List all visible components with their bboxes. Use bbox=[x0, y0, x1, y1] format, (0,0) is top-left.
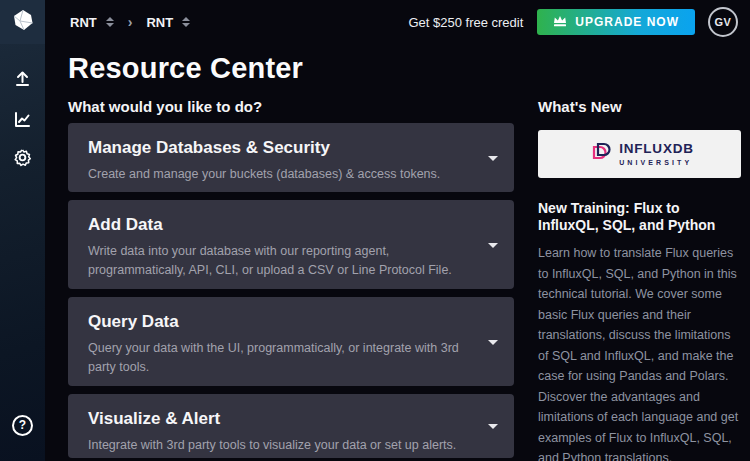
upload-icon bbox=[13, 69, 32, 88]
line-chart-icon bbox=[13, 110, 32, 129]
instance-switcher-caret-icon[interactable] bbox=[182, 17, 190, 27]
free-credit-text: Get $250 free credit bbox=[408, 15, 523, 30]
university-wordmark: UNIVERSITY bbox=[619, 159, 694, 166]
card-description: Create and manage your buckets (database… bbox=[88, 165, 470, 184]
card-add-data[interactable]: Add Data Write data into your database w… bbox=[68, 200, 514, 289]
card-title: Query Data bbox=[88, 312, 470, 332]
breadcrumb-separator-icon: › bbox=[128, 14, 133, 30]
page-title: Resource Center bbox=[68, 52, 303, 85]
breadcrumb-instance[interactable]: RNT bbox=[146, 15, 173, 30]
card-visualize-alert[interactable]: Visualize & Alert Integrate with 3rd par… bbox=[68, 394, 514, 458]
resource-cards: Manage Databases & Security Create and m… bbox=[68, 123, 514, 461]
influxdb-university-banner[interactable]: INFLUXDB UNIVERSITY bbox=[538, 130, 741, 178]
chevron-down-icon[interactable] bbox=[488, 156, 498, 161]
sidebar-item-data-explorer[interactable] bbox=[0, 102, 45, 136]
breadcrumb-org[interactable]: RNT bbox=[70, 15, 97, 30]
whats-new-panel: What's New INFLUXDB UNIVERSITY New Train… bbox=[538, 98, 741, 461]
crown-icon bbox=[553, 15, 567, 30]
influxdb-cubo-icon bbox=[12, 9, 34, 35]
user-avatar[interactable]: GV bbox=[708, 7, 738, 37]
sidebar-item-settings[interactable] bbox=[0, 140, 45, 174]
top-navigation-bar: RNT › RNT Get $250 free credit UPGRADE N… bbox=[45, 0, 750, 44]
sidebar-nav: ? bbox=[0, 0, 45, 461]
card-title: Visualize & Alert bbox=[88, 409, 470, 429]
card-title: Add Data bbox=[88, 215, 470, 235]
influxdb-logo-button[interactable] bbox=[0, 0, 45, 44]
gear-icon bbox=[13, 148, 32, 167]
help-icon: ? bbox=[12, 415, 33, 436]
card-description: Write data into your database with our r… bbox=[88, 242, 470, 280]
card-query-data[interactable]: Query Data Query your data with the UI, … bbox=[68, 297, 514, 386]
whats-new-heading: What's New bbox=[538, 98, 741, 115]
chevron-down-icon[interactable] bbox=[488, 243, 498, 248]
sidebar-item-load-data[interactable] bbox=[0, 61, 45, 95]
chevron-down-icon[interactable] bbox=[488, 424, 498, 429]
chevron-down-icon[interactable] bbox=[488, 340, 498, 345]
card-title: Manage Databases & Security bbox=[88, 138, 470, 158]
org-switcher-caret-icon[interactable] bbox=[106, 17, 114, 27]
influxdb-university-logo-icon bbox=[585, 139, 611, 169]
card-description: Integrate with 3rd party tools to visual… bbox=[88, 436, 470, 455]
section-heading: What would you like to do? bbox=[68, 98, 262, 115]
upgrade-now-button[interactable]: UPGRADE NOW bbox=[537, 9, 695, 35]
influxdb-wordmark: INFLUXDB bbox=[619, 142, 694, 156]
sidebar-item-help[interactable]: ? bbox=[0, 408, 45, 442]
upgrade-now-label: UPGRADE NOW bbox=[575, 15, 679, 29]
card-manage-databases-security[interactable]: Manage Databases & Security Create and m… bbox=[68, 123, 514, 192]
card-description: Query your data with the UI, programmati… bbox=[88, 339, 470, 377]
article-title: New Training: Flux to InfluxQL, SQL, and… bbox=[538, 200, 741, 234]
article-body: Learn how to translate Flux queries to I… bbox=[538, 243, 741, 461]
